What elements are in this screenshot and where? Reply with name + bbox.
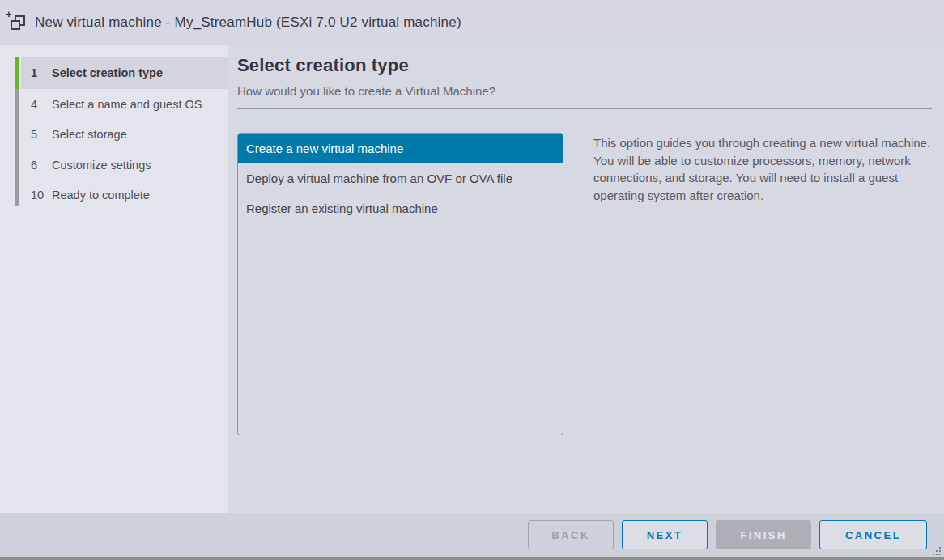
wizard-footer: BACK NEXT FINISH CANCEL	[0, 513, 944, 557]
step-number: 1	[21, 66, 49, 79]
step-label: Select storage	[49, 128, 127, 141]
creation-type-listbox: Create a new virtual machine Deploy a vi…	[237, 133, 563, 435]
selected-option-description: This option guides you through creating …	[593, 133, 932, 435]
option-deploy-ovf-ova[interactable]: Deploy a virtual machine from an OVF or …	[238, 163, 563, 193]
step-progress-rail-active	[15, 57, 19, 89]
option-create-new-vm[interactable]: Create a new virtual machine	[238, 134, 563, 163]
step-label: Select creation type	[49, 66, 163, 79]
wizard-step-list: 1 Select creation type 4 Select a name a…	[0, 45, 228, 210]
step-customize-settings[interactable]: 6 Customize settings	[21, 150, 228, 180]
new-vm-add-icon: +	[5, 11, 29, 34]
header-divider	[237, 108, 932, 109]
step-select-creation-type[interactable]: 1 Select creation type	[21, 57, 228, 89]
creation-type-row: Create a new virtual machine Deploy a vi…	[237, 133, 932, 435]
step-number: 10	[21, 189, 49, 202]
step-ready-to-complete[interactable]: 10 Ready to complete	[21, 180, 228, 211]
step-progress-rail	[15, 57, 19, 206]
step-number: 6	[21, 159, 49, 172]
finish-button[interactable]: FINISH	[716, 520, 811, 549]
wizard-page-content: Select creation type How would you like …	[228, 45, 944, 513]
step-label: Select a name and guest OS	[49, 98, 202, 111]
option-register-existing-vm[interactable]: Register an existing virtual machine	[238, 193, 563, 223]
new-vm-wizard-dialog: + New virtual machine - My_StreamHub (ES…	[0, 0, 944, 560]
step-select-storage[interactable]: 5 Select storage	[21, 120, 228, 151]
next-button[interactable]: NEXT	[622, 520, 708, 549]
step-label: Ready to complete	[49, 189, 150, 202]
resize-grip[interactable]	[931, 545, 941, 555]
page-subtitle: How would you like to create a Virtual M…	[237, 84, 932, 98]
step-number: 4	[21, 98, 49, 111]
dialog-bottom-edge	[0, 557, 944, 560]
dialog-body: 1 Select creation type 4 Select a name a…	[0, 45, 944, 513]
step-label: Customize settings	[49, 159, 151, 172]
back-button[interactable]: BACK	[528, 520, 614, 549]
page-title: Select creation type	[237, 55, 932, 76]
wizard-steps-sidebar: 1 Select creation type 4 Select a name a…	[0, 45, 228, 513]
dialog-title: New virtual machine - My_StreamHub (ESXi…	[35, 15, 461, 31]
step-number: 5	[21, 128, 49, 141]
dialog-titlebar[interactable]: + New virtual machine - My_StreamHub (ES…	[0, 0, 944, 45]
cancel-button[interactable]: CANCEL	[819, 520, 927, 549]
step-select-name-guest-os[interactable]: 4 Select a name and guest OS	[21, 89, 228, 120]
